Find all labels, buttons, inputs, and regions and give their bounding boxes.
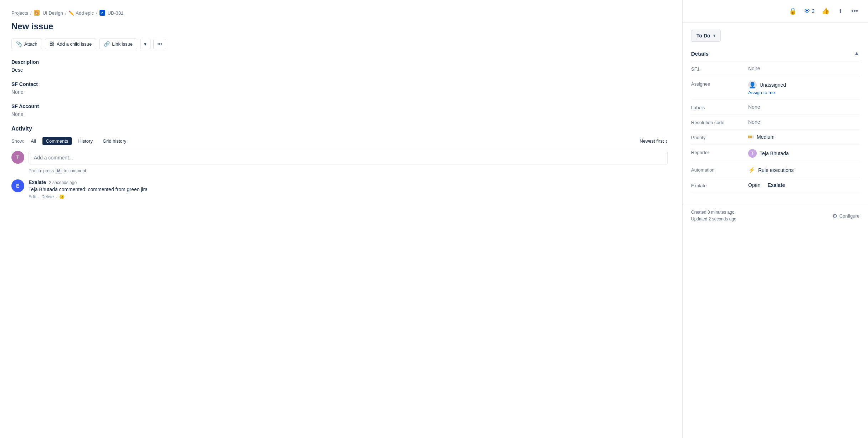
- sf1-row: SF1 None: [691, 61, 859, 76]
- timestamps: Created 3 minutes ago Updated 2 seconds …: [691, 209, 736, 223]
- exalate-label: Exalate: [691, 182, 748, 188]
- status-label: To Do: [696, 33, 710, 39]
- sort-icon: ↕: [665, 138, 668, 144]
- comment-input[interactable]: Add a comment...: [29, 151, 668, 164]
- details-collapse-button[interactable]: ▲: [854, 50, 859, 57]
- sf-account-value: None: [11, 111, 668, 117]
- details-header: Details ▲: [691, 50, 859, 61]
- lock-button[interactable]: 🔒: [787, 6, 798, 16]
- emoji-reaction-button[interactable]: 🙂: [59, 194, 65, 199]
- filter-comments-button[interactable]: Comments: [42, 137, 72, 145]
- comment-input-row: T Add a comment...: [11, 151, 668, 164]
- pro-tip: Pro tip: press M to comment: [29, 168, 668, 174]
- more-options-icon: •••: [851, 7, 858, 15]
- ui-design-icon: 🎨: [34, 10, 40, 16]
- link-issue-button[interactable]: 🔗 Link issue: [99, 39, 137, 49]
- expand-button[interactable]: ▾: [140, 39, 150, 49]
- assignee-value: 👤 Unassigned Assign to me: [748, 81, 859, 95]
- priority-label: Priority: [691, 134, 748, 140]
- description-label: Description: [11, 59, 668, 65]
- sf1-value: None: [748, 66, 859, 71]
- chevron-icon: ▾: [144, 41, 147, 47]
- share-icon: ⬆: [838, 8, 843, 15]
- sf-account-label: SF Account: [11, 103, 668, 109]
- filter-history-button[interactable]: History: [75, 137, 96, 145]
- pencil-icon: ✏️: [68, 10, 74, 16]
- configure-button[interactable]: ⚙ Configure: [832, 213, 859, 219]
- reporter-label: Reporter: [691, 149, 748, 155]
- newest-first-button[interactable]: Newest first ↕: [640, 138, 668, 144]
- breadcrumb-sep-3: /: [96, 10, 97, 16]
- breadcrumb-add-epic[interactable]: Add epic: [76, 10, 94, 16]
- created-timestamp: Created 3 minutes ago: [691, 209, 736, 216]
- more-icon: •••: [157, 41, 162, 47]
- breadcrumb-ui-design[interactable]: UI Design: [43, 10, 63, 16]
- lock-icon: 🔒: [789, 7, 797, 15]
- automation-row: Automation ⚡ Rule executions: [691, 162, 859, 178]
- child-issue-label: Add a child issue: [57, 41, 92, 47]
- exalate-value: Open Exalate: [748, 182, 859, 188]
- filter-grid-history-button[interactable]: Grid history: [99, 137, 130, 145]
- breadcrumb-sep-1: /: [30, 10, 32, 16]
- sf1-label: SF1: [691, 66, 748, 72]
- priority-icon: [748, 136, 754, 138]
- reporter-name: Teja Bhutada: [760, 151, 789, 156]
- pro-tip-key: M: [55, 168, 62, 174]
- add-child-issue-button[interactable]: ⛓ Add a child issue: [45, 39, 96, 49]
- details-title: Details: [691, 51, 709, 57]
- eye-icon: 👁: [804, 7, 810, 15]
- right-content: To Do ▾ Details ▲ SF1 None Assignee 👤: [683, 22, 868, 200]
- breadcrumb-projects[interactable]: Projects: [11, 10, 28, 16]
- breadcrumb-sep-2: /: [65, 10, 67, 16]
- thumbs-up-icon: 👍: [822, 7, 829, 15]
- exalate-prefix: Open: [748, 182, 760, 188]
- page-title: New issue: [11, 21, 668, 31]
- reporter-row: Reporter T Teja Bhutada: [691, 145, 859, 162]
- link-issue-label: Link issue: [112, 41, 133, 47]
- resolution-label: Resolution code: [691, 119, 748, 125]
- resolution-value: None: [748, 119, 859, 125]
- automation-value: ⚡ Rule executions: [748, 167, 859, 173]
- priority-value: Medium: [748, 134, 859, 140]
- activity-filters: Show: All Comments History Grid history …: [11, 137, 668, 145]
- more-button[interactable]: •••: [153, 39, 166, 49]
- edit-comment-button[interactable]: Edit: [29, 194, 36, 199]
- delete-comment-button[interactable]: Delete: [41, 194, 54, 199]
- more-options-button[interactable]: •••: [850, 6, 859, 16]
- comment-placeholder: Add a comment...: [34, 155, 73, 161]
- assignee-row: Assignee 👤 Unassigned Assign to me: [691, 76, 859, 100]
- labels-row: Labels None: [691, 100, 859, 115]
- thumbs-up-button[interactable]: 👍: [820, 6, 831, 16]
- watch-count: 2: [812, 8, 815, 14]
- priority-text: Medium: [757, 134, 775, 140]
- labels-value: None: [748, 104, 859, 110]
- exalate-name[interactable]: Exalate: [767, 182, 785, 188]
- assign-to-me-button[interactable]: Assign to me: [748, 90, 786, 95]
- description-section: Description Desc: [11, 59, 668, 73]
- right-footer: Created 3 minutes ago Updated 2 seconds …: [683, 203, 868, 228]
- assignee-text: Unassigned: [760, 82, 786, 88]
- share-button[interactable]: ⬆: [837, 6, 844, 16]
- child-issue-icon: ⛓: [50, 41, 55, 47]
- sf-account-section: SF Account None: [11, 103, 668, 117]
- attach-button[interactable]: 📎 Attach: [11, 39, 42, 49]
- attach-icon: 📎: [16, 41, 22, 47]
- link-icon: 🔗: [104, 41, 110, 47]
- sf-contact-label: SF Contact: [11, 81, 668, 87]
- breadcrumb: Projects / 🎨 UI Design / ✏️ Add epic / ✔…: [11, 10, 668, 16]
- description-value: Desc: [11, 67, 668, 73]
- comment-author: Exalate: [29, 179, 46, 185]
- filter-all-button[interactable]: All: [27, 137, 39, 145]
- breadcrumb-issue-id[interactable]: UD-331: [108, 10, 124, 16]
- toolbar: 📎 Attach ⛓ Add a child issue 🔗 Link issu…: [11, 39, 668, 49]
- left-panel: Projects / 🎨 UI Design / ✏️ Add epic / ✔…: [0, 0, 682, 438]
- watch-button[interactable]: 👁 2: [804, 7, 815, 15]
- reporter-avatar: T: [748, 149, 757, 158]
- status-button[interactable]: To Do ▾: [691, 30, 721, 42]
- status-chevron-icon: ▾: [713, 33, 715, 38]
- sf-contact-section: SF Contact None: [11, 81, 668, 95]
- action-sep-2: ·: [56, 194, 57, 199]
- unassigned-icon: 👤: [748, 81, 757, 89]
- configure-icon: ⚙: [832, 213, 837, 219]
- right-topbar: 🔒 👁 2 👍 ⬆ •••: [683, 0, 868, 22]
